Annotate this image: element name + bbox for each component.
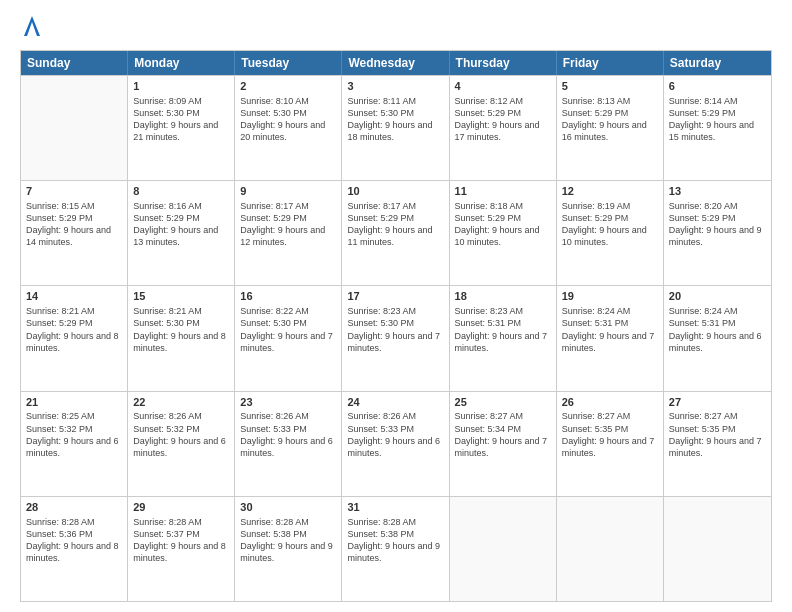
- day-number: 2: [240, 79, 336, 94]
- calendar-day-header: Friday: [557, 51, 664, 75]
- calendar-cell: 7Sunrise: 8:15 AM Sunset: 5:29 PM Daylig…: [21, 181, 128, 285]
- cell-info: Sunrise: 8:10 AM Sunset: 5:30 PM Dayligh…: [240, 95, 336, 144]
- calendar-cell: 26Sunrise: 8:27 AM Sunset: 5:35 PM Dayli…: [557, 392, 664, 496]
- header: [20, 18, 772, 42]
- cell-info: Sunrise: 8:28 AM Sunset: 5:38 PM Dayligh…: [347, 516, 443, 565]
- calendar-week-row: 1Sunrise: 8:09 AM Sunset: 5:30 PM Daylig…: [21, 75, 771, 180]
- calendar-cell: 16Sunrise: 8:22 AM Sunset: 5:30 PM Dayli…: [235, 286, 342, 390]
- day-number: 8: [133, 184, 229, 199]
- cell-info: Sunrise: 8:14 AM Sunset: 5:29 PM Dayligh…: [669, 95, 766, 144]
- calendar-cell: 12Sunrise: 8:19 AM Sunset: 5:29 PM Dayli…: [557, 181, 664, 285]
- calendar-cell: 27Sunrise: 8:27 AM Sunset: 5:35 PM Dayli…: [664, 392, 771, 496]
- day-number: 20: [669, 289, 766, 304]
- cell-info: Sunrise: 8:17 AM Sunset: 5:29 PM Dayligh…: [347, 200, 443, 249]
- calendar-cell: 9Sunrise: 8:17 AM Sunset: 5:29 PM Daylig…: [235, 181, 342, 285]
- day-number: 10: [347, 184, 443, 199]
- cell-info: Sunrise: 8:27 AM Sunset: 5:34 PM Dayligh…: [455, 410, 551, 459]
- calendar-cell: 19Sunrise: 8:24 AM Sunset: 5:31 PM Dayli…: [557, 286, 664, 390]
- day-number: 13: [669, 184, 766, 199]
- calendar-cell: 1Sunrise: 8:09 AM Sunset: 5:30 PM Daylig…: [128, 76, 235, 180]
- calendar-cell: 25Sunrise: 8:27 AM Sunset: 5:34 PM Dayli…: [450, 392, 557, 496]
- day-number: 31: [347, 500, 443, 515]
- cell-info: Sunrise: 8:28 AM Sunset: 5:36 PM Dayligh…: [26, 516, 122, 565]
- calendar-cell: 2Sunrise: 8:10 AM Sunset: 5:30 PM Daylig…: [235, 76, 342, 180]
- day-number: 30: [240, 500, 336, 515]
- calendar-day-header: Tuesday: [235, 51, 342, 75]
- cell-info: Sunrise: 8:09 AM Sunset: 5:30 PM Dayligh…: [133, 95, 229, 144]
- calendar-week-row: 21Sunrise: 8:25 AM Sunset: 5:32 PM Dayli…: [21, 391, 771, 496]
- calendar-cell: 28Sunrise: 8:28 AM Sunset: 5:36 PM Dayli…: [21, 497, 128, 601]
- calendar-cell: 13Sunrise: 8:20 AM Sunset: 5:29 PM Dayli…: [664, 181, 771, 285]
- calendar-cell: [21, 76, 128, 180]
- calendar-day-header: Wednesday: [342, 51, 449, 75]
- day-number: 6: [669, 79, 766, 94]
- cell-info: Sunrise: 8:26 AM Sunset: 5:33 PM Dayligh…: [347, 410, 443, 459]
- day-number: 19: [562, 289, 658, 304]
- calendar-cell: 21Sunrise: 8:25 AM Sunset: 5:32 PM Dayli…: [21, 392, 128, 496]
- day-number: 24: [347, 395, 443, 410]
- calendar-cell: 4Sunrise: 8:12 AM Sunset: 5:29 PM Daylig…: [450, 76, 557, 180]
- calendar-cell: 6Sunrise: 8:14 AM Sunset: 5:29 PM Daylig…: [664, 76, 771, 180]
- day-number: 29: [133, 500, 229, 515]
- calendar-cell: 23Sunrise: 8:26 AM Sunset: 5:33 PM Dayli…: [235, 392, 342, 496]
- cell-info: Sunrise: 8:19 AM Sunset: 5:29 PM Dayligh…: [562, 200, 658, 249]
- cell-info: Sunrise: 8:21 AM Sunset: 5:29 PM Dayligh…: [26, 305, 122, 354]
- day-number: 17: [347, 289, 443, 304]
- cell-info: Sunrise: 8:21 AM Sunset: 5:30 PM Dayligh…: [133, 305, 229, 354]
- day-number: 5: [562, 79, 658, 94]
- calendar-header-row: SundayMondayTuesdayWednesdayThursdayFrid…: [21, 51, 771, 75]
- day-number: 28: [26, 500, 122, 515]
- cell-info: Sunrise: 8:27 AM Sunset: 5:35 PM Dayligh…: [669, 410, 766, 459]
- calendar-cell: 11Sunrise: 8:18 AM Sunset: 5:29 PM Dayli…: [450, 181, 557, 285]
- cell-info: Sunrise: 8:20 AM Sunset: 5:29 PM Dayligh…: [669, 200, 766, 249]
- calendar-cell: 5Sunrise: 8:13 AM Sunset: 5:29 PM Daylig…: [557, 76, 664, 180]
- day-number: 23: [240, 395, 336, 410]
- cell-info: Sunrise: 8:28 AM Sunset: 5:38 PM Dayligh…: [240, 516, 336, 565]
- calendar-cell: 31Sunrise: 8:28 AM Sunset: 5:38 PM Dayli…: [342, 497, 449, 601]
- cell-info: Sunrise: 8:18 AM Sunset: 5:29 PM Dayligh…: [455, 200, 551, 249]
- calendar: SundayMondayTuesdayWednesdayThursdayFrid…: [20, 50, 772, 602]
- calendar-cell: 30Sunrise: 8:28 AM Sunset: 5:38 PM Dayli…: [235, 497, 342, 601]
- calendar-cell: [557, 497, 664, 601]
- calendar-day-header: Saturday: [664, 51, 771, 75]
- calendar-cell: 24Sunrise: 8:26 AM Sunset: 5:33 PM Dayli…: [342, 392, 449, 496]
- calendar-week-row: 7Sunrise: 8:15 AM Sunset: 5:29 PM Daylig…: [21, 180, 771, 285]
- page: SundayMondayTuesdayWednesdayThursdayFrid…: [0, 0, 792, 612]
- calendar-cell: 3Sunrise: 8:11 AM Sunset: 5:30 PM Daylig…: [342, 76, 449, 180]
- day-number: 3: [347, 79, 443, 94]
- calendar-body: 1Sunrise: 8:09 AM Sunset: 5:30 PM Daylig…: [21, 75, 771, 601]
- calendar-cell: 22Sunrise: 8:26 AM Sunset: 5:32 PM Dayli…: [128, 392, 235, 496]
- day-number: 27: [669, 395, 766, 410]
- day-number: 15: [133, 289, 229, 304]
- logo-icon: [22, 14, 42, 38]
- calendar-cell: 17Sunrise: 8:23 AM Sunset: 5:30 PM Dayli…: [342, 286, 449, 390]
- calendar-day-header: Sunday: [21, 51, 128, 75]
- calendar-cell: 8Sunrise: 8:16 AM Sunset: 5:29 PM Daylig…: [128, 181, 235, 285]
- cell-info: Sunrise: 8:23 AM Sunset: 5:31 PM Dayligh…: [455, 305, 551, 354]
- calendar-cell: 29Sunrise: 8:28 AM Sunset: 5:37 PM Dayli…: [128, 497, 235, 601]
- cell-info: Sunrise: 8:28 AM Sunset: 5:37 PM Dayligh…: [133, 516, 229, 565]
- cell-info: Sunrise: 8:26 AM Sunset: 5:32 PM Dayligh…: [133, 410, 229, 459]
- calendar-cell: 15Sunrise: 8:21 AM Sunset: 5:30 PM Dayli…: [128, 286, 235, 390]
- calendar-cell: 14Sunrise: 8:21 AM Sunset: 5:29 PM Dayli…: [21, 286, 128, 390]
- day-number: 9: [240, 184, 336, 199]
- day-number: 22: [133, 395, 229, 410]
- calendar-cell: [664, 497, 771, 601]
- cell-info: Sunrise: 8:24 AM Sunset: 5:31 PM Dayligh…: [562, 305, 658, 354]
- cell-info: Sunrise: 8:11 AM Sunset: 5:30 PM Dayligh…: [347, 95, 443, 144]
- cell-info: Sunrise: 8:27 AM Sunset: 5:35 PM Dayligh…: [562, 410, 658, 459]
- day-number: 25: [455, 395, 551, 410]
- calendar-cell: 20Sunrise: 8:24 AM Sunset: 5:31 PM Dayli…: [664, 286, 771, 390]
- calendar-week-row: 14Sunrise: 8:21 AM Sunset: 5:29 PM Dayli…: [21, 285, 771, 390]
- calendar-day-header: Thursday: [450, 51, 557, 75]
- logo: [20, 18, 42, 42]
- day-number: 4: [455, 79, 551, 94]
- day-number: 21: [26, 395, 122, 410]
- day-number: 14: [26, 289, 122, 304]
- day-number: 26: [562, 395, 658, 410]
- cell-info: Sunrise: 8:13 AM Sunset: 5:29 PM Dayligh…: [562, 95, 658, 144]
- day-number: 7: [26, 184, 122, 199]
- cell-info: Sunrise: 8:12 AM Sunset: 5:29 PM Dayligh…: [455, 95, 551, 144]
- cell-info: Sunrise: 8:17 AM Sunset: 5:29 PM Dayligh…: [240, 200, 336, 249]
- day-number: 1: [133, 79, 229, 94]
